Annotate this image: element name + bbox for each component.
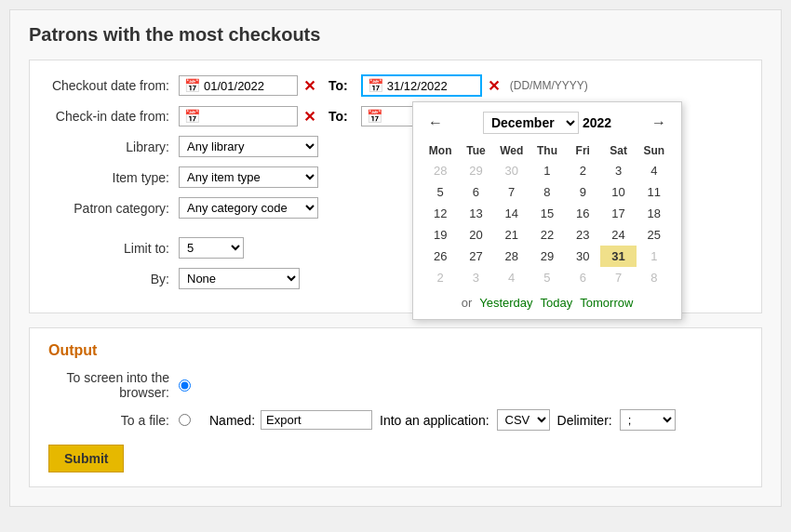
calendar-day-cell[interactable]: 14 bbox=[494, 203, 530, 224]
calendar-day-cell: 5 bbox=[530, 267, 565, 288]
patron-category-label: Patron category: bbox=[48, 201, 169, 216]
checkout-date-from-row: Checkout date from: 📅 ✕ To: 📅 ✕ (DD/MM/Y… bbox=[48, 74, 743, 97]
calendar-day-cell[interactable]: 6 bbox=[458, 181, 493, 203]
calendar-day-cell[interactable]: 8 bbox=[530, 181, 565, 203]
cal-header-sat: Sat bbox=[600, 141, 636, 160]
limit-to-label: Limit to: bbox=[48, 241, 169, 256]
calendar-day-cell[interactable]: 19 bbox=[422, 224, 458, 246]
checkout-date-to-input[interactable] bbox=[387, 79, 476, 93]
calendar-day-cell[interactable]: 1 bbox=[530, 160, 565, 181]
checkout-date-to-label: To: bbox=[328, 78, 348, 93]
to-screen-radio[interactable] bbox=[179, 379, 191, 392]
calendar-day-cell: 3 bbox=[458, 267, 493, 288]
to-screen-label: To screen into the browser: bbox=[48, 370, 169, 400]
calendar-day-cell[interactable]: 27 bbox=[458, 246, 493, 267]
checkin-date-from-input[interactable] bbox=[204, 110, 292, 124]
calendar-week-row: 2829301234 bbox=[422, 160, 672, 181]
output-section: Output To screen into the browser: To a … bbox=[29, 327, 762, 487]
calendar-prev-button[interactable]: ← bbox=[422, 113, 449, 133]
checkin-date-from-clear[interactable]: ✕ bbox=[303, 108, 315, 126]
page-title: Patrons with the most checkouts bbox=[29, 24, 762, 46]
calendar-icon-2: 📅 bbox=[368, 78, 383, 93]
by-label: By: bbox=[48, 272, 169, 286]
cal-or-text: or bbox=[462, 296, 473, 310]
calendar-day-cell[interactable]: 26 bbox=[422, 246, 458, 267]
by-select[interactable]: None bbox=[179, 268, 300, 289]
checkout-date-from-label: Checkout date from: bbox=[48, 78, 169, 93]
checkin-date-from-wrapper: 📅 bbox=[179, 106, 298, 126]
to-file-label: To a file: bbox=[48, 413, 169, 428]
calendar-day-cell[interactable]: 3 bbox=[600, 160, 636, 181]
library-label: Library: bbox=[48, 140, 169, 154]
calendar-footer: or Yesterday Today Tomorrow bbox=[422, 296, 672, 310]
output-title: Output bbox=[48, 342, 743, 359]
calendar-day-cell[interactable]: 24 bbox=[600, 224, 636, 246]
submit-button[interactable]: Submit bbox=[48, 445, 124, 472]
to-file-radio[interactable] bbox=[179, 414, 191, 426]
cal-header-thu: Thu bbox=[530, 141, 565, 160]
library-select[interactable]: Any library bbox=[179, 136, 318, 157]
calendar-day-cell[interactable]: 10 bbox=[600, 181, 636, 203]
calendar-day-cell[interactable]: 30 bbox=[565, 246, 600, 267]
calendar-day-cell: 28 bbox=[422, 160, 458, 181]
patron-category-select[interactable]: Any category code bbox=[179, 197, 318, 219]
calendar-header: ← JanuaryFebruaryMarch AprilMayJune July… bbox=[422, 112, 672, 134]
calendar-day-cell[interactable]: 5 bbox=[422, 181, 458, 203]
calendar-week-row: 19202122232425 bbox=[422, 224, 672, 246]
calendar-day-cell[interactable]: 12 bbox=[422, 203, 458, 224]
cal-header-wed: Wed bbox=[494, 141, 530, 160]
calendar-day-cell: 2 bbox=[422, 267, 458, 288]
calendar-day-cell[interactable]: 16 bbox=[565, 203, 600, 224]
calendar-day-cell[interactable]: 7 bbox=[494, 181, 530, 203]
limit-to-select[interactable]: 5 10 20 50 bbox=[179, 237, 244, 259]
today-link[interactable]: Today bbox=[541, 296, 573, 310]
calendar-day-cell[interactable]: 25 bbox=[637, 224, 672, 246]
calendar-day-cell: 29 bbox=[458, 160, 493, 181]
yesterday-link[interactable]: Yesterday bbox=[479, 296, 532, 310]
calendar-day-cell[interactable]: 21 bbox=[494, 224, 530, 246]
calendar-month-select[interactable]: JanuaryFebruaryMarch AprilMayJune JulyAu… bbox=[483, 112, 579, 134]
to-screen-row: To screen into the browser: bbox=[48, 370, 743, 400]
cal-header-fri: Fri bbox=[565, 141, 600, 160]
calendar-day-cell[interactable]: 17 bbox=[600, 203, 636, 224]
calendar-day-cell[interactable]: 2 bbox=[565, 160, 600, 181]
calendar-next-button[interactable]: → bbox=[646, 113, 672, 133]
calendar-day-cell[interactable]: 20 bbox=[458, 224, 493, 246]
calendar-day-cell[interactable]: 28 bbox=[494, 246, 530, 267]
calendar-day-cell: 6 bbox=[565, 267, 600, 288]
calendar-day-cell[interactable]: 29 bbox=[530, 246, 565, 267]
calendar-week-row: 2345678 bbox=[422, 267, 672, 288]
calendar-day-cell[interactable]: 18 bbox=[637, 203, 672, 224]
calendar-day-cell: 7 bbox=[600, 267, 636, 288]
date-format-hint: (DD/MM/YYYY) bbox=[510, 79, 588, 92]
calendar-day-cell[interactable]: 11 bbox=[637, 181, 672, 203]
export-input[interactable] bbox=[261, 410, 372, 430]
calendar-day-cell[interactable]: 4 bbox=[637, 160, 672, 181]
calendar-day-cell[interactable]: 31 bbox=[600, 246, 636, 267]
named-label: Named: bbox=[209, 413, 255, 428]
to-file-row: To a file: Named: Into an application: C… bbox=[48, 409, 743, 431]
calendar-day-cell[interactable]: 9 bbox=[565, 181, 600, 203]
delimiter-select[interactable]: ; bbox=[620, 409, 676, 431]
calendar-day-cell: 4 bbox=[494, 267, 530, 288]
checkout-date-from-clear[interactable]: ✕ bbox=[303, 77, 315, 95]
calendar-day-cell[interactable]: 15 bbox=[530, 203, 565, 224]
calendar-icon-1: 📅 bbox=[184, 78, 200, 93]
app-format-select[interactable]: CSV bbox=[497, 409, 550, 431]
item-type-select[interactable]: Any item type bbox=[179, 166, 318, 188]
page-container: Patrons with the most checkouts Checkout… bbox=[9, 9, 782, 507]
checkout-date-to-wrapper: 📅 bbox=[361, 74, 482, 97]
checkout-date-to-clear[interactable]: ✕ bbox=[488, 77, 500, 95]
calendar-month-year: JanuaryFebruaryMarch AprilMayJune JulyAu… bbox=[483, 112, 611, 134]
calendar-day-cell[interactable]: 23 bbox=[565, 224, 600, 246]
tomorrow-link[interactable]: Tomorrow bbox=[580, 296, 633, 310]
calendar-year: 2022 bbox=[583, 115, 611, 130]
calendar-body: 2829301234567891011121314151617181920212… bbox=[422, 160, 672, 288]
delimiter-label: Delimiter: bbox=[557, 413, 612, 428]
calendar-day-cell[interactable]: 22 bbox=[530, 224, 565, 246]
calendar-day-cell[interactable]: 13 bbox=[458, 203, 493, 224]
item-type-label: Item type: bbox=[48, 170, 169, 185]
checkout-date-from-input[interactable] bbox=[204, 79, 292, 93]
checkin-date-to-label: To: bbox=[328, 109, 348, 124]
calendar-day-cell: 30 bbox=[494, 160, 530, 181]
